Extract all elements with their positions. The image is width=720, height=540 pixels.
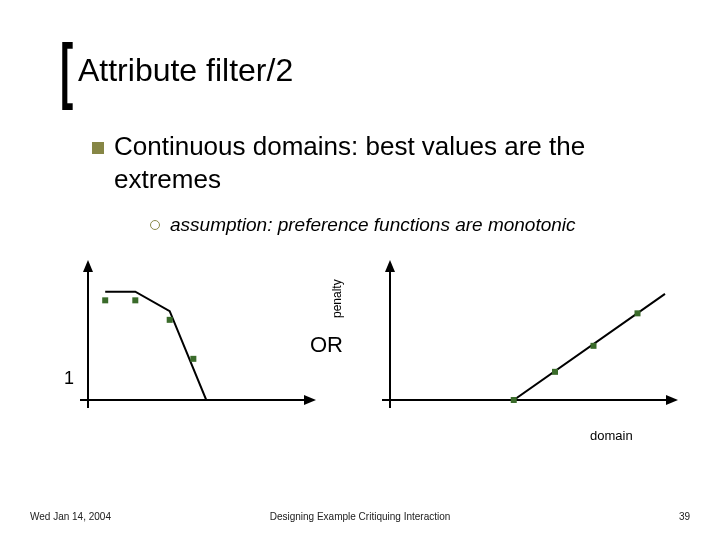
chart-right <box>380 258 680 418</box>
svg-rect-4 <box>102 297 108 303</box>
slide-title: Attribute filter/2 <box>78 52 293 89</box>
circle-bullet-icon <box>150 220 160 230</box>
chart-left <box>78 258 318 418</box>
footer: Wed Jan 14, 2004 Designing Example Criti… <box>0 511 720 522</box>
y-axis-label: penalty <box>330 279 344 318</box>
footer-title: Designing Example Critiquing Interaction <box>270 511 451 522</box>
or-label: OR <box>310 332 343 358</box>
footer-date: Wed Jan 14, 2004 <box>30 511 111 522</box>
svg-rect-13 <box>552 369 558 375</box>
svg-marker-1 <box>83 260 93 272</box>
svg-rect-14 <box>591 343 597 349</box>
svg-rect-5 <box>132 297 138 303</box>
y-tick-1: 1 <box>64 368 74 389</box>
bullet-text: Continuous domains: best values are the … <box>114 130 680 197</box>
bracket-left-icon: [ <box>60 42 73 100</box>
square-bullet-icon <box>92 142 104 154</box>
x-axis-label: domain <box>590 428 633 443</box>
svg-marker-9 <box>385 260 395 272</box>
sub-bullet-text: assumption: preference functions are mon… <box>170 214 576 236</box>
svg-rect-6 <box>167 317 173 323</box>
bullet-row: Continuous domains: best values are the … <box>92 130 680 197</box>
title-block: [ Attribute filter/2 <box>60 42 293 100</box>
svg-marker-11 <box>666 395 678 405</box>
svg-rect-12 <box>511 397 517 403</box>
sub-bullet-row: assumption: preference functions are mon… <box>150 214 576 236</box>
footer-page: 39 <box>679 511 690 522</box>
svg-rect-7 <box>190 356 196 362</box>
svg-marker-3 <box>304 395 316 405</box>
svg-rect-15 <box>635 310 641 316</box>
